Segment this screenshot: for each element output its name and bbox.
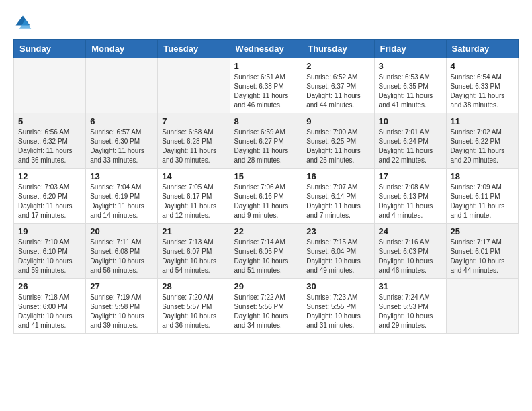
calendar-header-row: SundayMondayTuesdayWednesdayThursdayFrid… [14,40,519,58]
day-info: Sunrise: 6:52 AM Sunset: 6:37 PM Dayligh… [306,73,369,110]
day-number: 4 [451,61,514,71]
calendar-week-5: 26Sunrise: 7:18 AM Sunset: 6:00 PM Dayli… [14,279,519,334]
calendar-cell [446,279,518,334]
day-info: Sunrise: 6:54 AM Sunset: 6:33 PM Dayligh… [451,73,514,110]
day-info: Sunrise: 7:06 AM Sunset: 6:16 PM Dayligh… [234,183,298,220]
calendar-cell: 7Sunrise: 6:58 AM Sunset: 6:28 PM Daylig… [158,113,230,169]
day-info: Sunrise: 7:16 AM Sunset: 6:03 PM Dayligh… [379,238,442,275]
day-info: Sunrise: 7:18 AM Sunset: 6:00 PM Dayligh… [18,293,81,330]
calendar-cell: 26Sunrise: 7:18 AM Sunset: 6:00 PM Dayli… [14,279,86,334]
day-number: 30 [306,281,369,291]
day-number: 28 [162,281,225,291]
day-number: 18 [451,171,514,181]
day-info: Sunrise: 6:53 AM Sunset: 6:35 PM Dayligh… [379,73,442,110]
day-number: 24 [379,226,442,236]
calendar-cell: 19Sunrise: 7:10 AM Sunset: 6:10 PM Dayli… [14,224,86,279]
calendar-cell: 18Sunrise: 7:09 AM Sunset: 6:11 PM Dayli… [446,169,518,224]
day-number: 2 [306,61,369,71]
col-header-friday: Friday [374,40,446,58]
logo [13,13,35,32]
calendar-week-1: 1Sunrise: 6:51 AM Sunset: 6:38 PM Daylig… [14,58,519,113]
day-info: Sunrise: 7:08 AM Sunset: 6:13 PM Dayligh… [379,183,442,220]
day-info: Sunrise: 7:05 AM Sunset: 6:17 PM Dayligh… [162,183,225,220]
calendar-cell: 11Sunrise: 7:02 AM Sunset: 6:22 PM Dayli… [446,113,518,169]
day-info: Sunrise: 6:59 AM Sunset: 6:27 PM Dayligh… [234,128,298,165]
day-info: Sunrise: 7:07 AM Sunset: 6:14 PM Dayligh… [306,183,369,220]
day-info: Sunrise: 6:56 AM Sunset: 6:32 PM Dayligh… [18,128,81,165]
day-info: Sunrise: 7:23 AM Sunset: 5:55 PM Dayligh… [306,293,369,330]
day-number: 9 [306,116,369,126]
day-number: 26 [18,281,81,291]
calendar-cell: 30Sunrise: 7:23 AM Sunset: 5:55 PM Dayli… [302,279,374,334]
calendar-cell: 31Sunrise: 7:24 AM Sunset: 5:53 PM Dayli… [374,279,446,334]
calendar-cell: 8Sunrise: 6:59 AM Sunset: 6:27 PM Daylig… [230,113,302,169]
day-number: 6 [90,116,153,126]
col-header-tuesday: Tuesday [158,40,230,58]
calendar-cell: 3Sunrise: 6:53 AM Sunset: 6:35 PM Daylig… [374,58,446,113]
day-number: 19 [18,226,81,236]
col-header-sunday: Sunday [14,40,86,58]
day-info: Sunrise: 7:01 AM Sunset: 6:24 PM Dayligh… [379,128,442,165]
calendar-cell: 16Sunrise: 7:07 AM Sunset: 6:14 PM Dayli… [302,169,374,224]
day-info: Sunrise: 6:51 AM Sunset: 6:38 PM Dayligh… [234,73,298,110]
calendar-cell: 29Sunrise: 7:22 AM Sunset: 5:56 PM Dayli… [230,279,302,334]
day-info: Sunrise: 7:10 AM Sunset: 6:10 PM Dayligh… [18,238,81,275]
day-info: Sunrise: 7:19 AM Sunset: 5:58 PM Dayligh… [90,293,153,330]
day-number: 10 [379,116,442,126]
calendar-cell: 27Sunrise: 7:19 AM Sunset: 5:58 PM Dayli… [86,279,158,334]
day-info: Sunrise: 7:24 AM Sunset: 5:53 PM Dayligh… [379,293,442,330]
calendar-cell: 24Sunrise: 7:16 AM Sunset: 6:03 PM Dayli… [374,224,446,279]
day-info: Sunrise: 7:20 AM Sunset: 5:57 PM Dayligh… [162,293,225,330]
calendar-cell: 12Sunrise: 7:03 AM Sunset: 6:20 PM Dayli… [14,169,86,224]
day-info: Sunrise: 7:03 AM Sunset: 6:20 PM Dayligh… [18,183,81,220]
col-header-saturday: Saturday [446,40,518,58]
col-header-thursday: Thursday [302,40,374,58]
day-info: Sunrise: 7:13 AM Sunset: 6:07 PM Dayligh… [162,238,225,275]
day-number: 21 [162,226,225,236]
day-number: 8 [234,116,298,126]
calendar-cell: 10Sunrise: 7:01 AM Sunset: 6:24 PM Dayli… [374,113,446,169]
calendar-cell: 21Sunrise: 7:13 AM Sunset: 6:07 PM Dayli… [158,224,230,279]
day-number: 1 [234,61,298,71]
day-info: Sunrise: 7:17 AM Sunset: 6:01 PM Dayligh… [451,238,514,275]
calendar-cell: 20Sunrise: 7:11 AM Sunset: 6:08 PM Dayli… [86,224,158,279]
day-number: 23 [306,226,369,236]
calendar-week-3: 12Sunrise: 7:03 AM Sunset: 6:20 PM Dayli… [14,169,519,224]
page-header [13,13,519,32]
day-info: Sunrise: 7:02 AM Sunset: 6:22 PM Dayligh… [451,128,514,165]
day-info: Sunrise: 6:58 AM Sunset: 6:28 PM Dayligh… [162,128,225,165]
calendar-cell: 28Sunrise: 7:20 AM Sunset: 5:57 PM Dayli… [158,279,230,334]
day-number: 5 [18,116,81,126]
logo-icon [13,13,32,32]
day-number: 3 [379,61,442,71]
day-info: Sunrise: 6:57 AM Sunset: 6:30 PM Dayligh… [90,128,153,165]
day-number: 11 [451,116,514,126]
calendar-cell: 17Sunrise: 7:08 AM Sunset: 6:13 PM Dayli… [374,169,446,224]
day-number: 13 [90,171,153,181]
calendar-table: SundayMondayTuesdayWednesdayThursdayFrid… [13,39,519,334]
day-info: Sunrise: 7:14 AM Sunset: 6:05 PM Dayligh… [234,238,298,275]
calendar-cell: 23Sunrise: 7:15 AM Sunset: 6:04 PM Dayli… [302,224,374,279]
col-header-monday: Monday [86,40,158,58]
day-number: 14 [162,171,225,181]
day-number: 29 [234,281,298,291]
day-number: 12 [18,171,81,181]
day-info: Sunrise: 7:11 AM Sunset: 6:08 PM Dayligh… [90,238,153,275]
calendar-cell: 6Sunrise: 6:57 AM Sunset: 6:30 PM Daylig… [86,113,158,169]
calendar-week-4: 19Sunrise: 7:10 AM Sunset: 6:10 PM Dayli… [14,224,519,279]
calendar-cell: 13Sunrise: 7:04 AM Sunset: 6:19 PM Dayli… [86,169,158,224]
calendar-cell: 2Sunrise: 6:52 AM Sunset: 6:37 PM Daylig… [302,58,374,113]
day-number: 27 [90,281,153,291]
calendar-cell: 4Sunrise: 6:54 AM Sunset: 6:33 PM Daylig… [446,58,518,113]
day-number: 16 [306,171,369,181]
day-info: Sunrise: 7:15 AM Sunset: 6:04 PM Dayligh… [306,238,369,275]
calendar-cell: 15Sunrise: 7:06 AM Sunset: 6:16 PM Dayli… [230,169,302,224]
day-info: Sunrise: 7:09 AM Sunset: 6:11 PM Dayligh… [451,183,514,220]
day-number: 31 [379,281,442,291]
day-number: 25 [451,226,514,236]
calendar-cell: 25Sunrise: 7:17 AM Sunset: 6:01 PM Dayli… [446,224,518,279]
calendar-week-2: 5Sunrise: 6:56 AM Sunset: 6:32 PM Daylig… [14,113,519,169]
day-number: 17 [379,171,442,181]
calendar-cell: 22Sunrise: 7:14 AM Sunset: 6:05 PM Dayli… [230,224,302,279]
calendar-cell [14,58,86,113]
